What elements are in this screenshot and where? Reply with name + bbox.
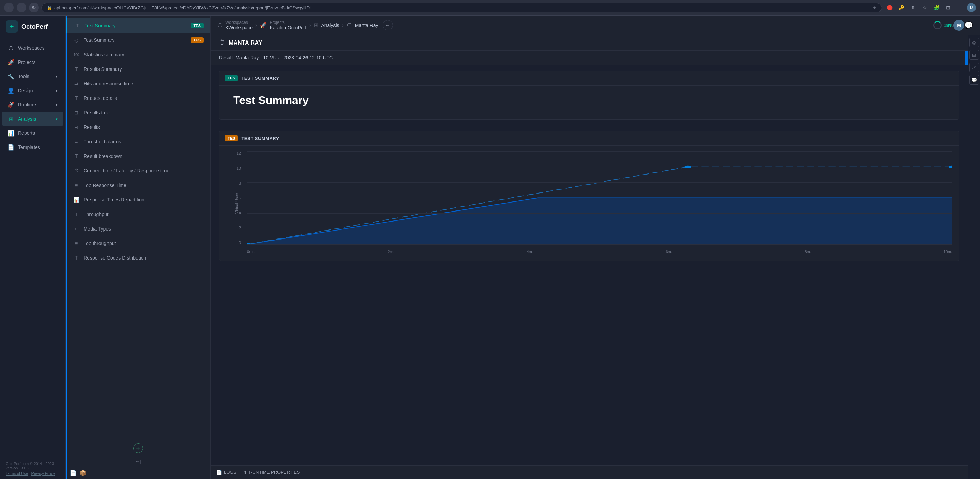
- sidebar-item-results-summary[interactable]: T Results Summary: [66, 62, 210, 76]
- sidebar-item-throughput[interactable]: T Throughput: [66, 207, 210, 221]
- browser-star[interactable]: ☆: [920, 3, 929, 13]
- sidebar-toolbar-icon2[interactable]: 📦: [80, 469, 86, 476]
- breadcrumb-workspaces[interactable]: ⬡ Workspaces KWorkspace: [218, 20, 253, 30]
- back-navigation-button[interactable]: ←: [383, 20, 393, 30]
- nav-item-reports[interactable]: 📊 Reports: [2, 126, 63, 140]
- sidebar-item-response-times-repartition[interactable]: 📊 Response Times Repartition: [66, 193, 210, 207]
- breadcrumb-arrow-2: ›: [309, 22, 311, 28]
- collapse-icon: ←|: [135, 458, 141, 464]
- version-text: version 13.0.2: [6, 466, 60, 470]
- breadcrumb-bar: ⬡ Workspaces KWorkspace › 🚀 Projects Kat…: [211, 16, 980, 35]
- url-bar[interactable]: 🔒 api.octoperf.com/ui/workspace/OLICyYIB…: [41, 3, 882, 13]
- sidebar-item-test-summary-2[interactable]: ◎ Test Summary TES: [66, 33, 210, 47]
- design-arrow-icon: ▾: [56, 89, 58, 93]
- browser-chrome: ← → ↻ 🔒 api.octoperf.com/ui/workspace/OL…: [0, 0, 980, 16]
- logo-icon: ✦: [6, 21, 18, 33]
- breadcrumb-analysis[interactable]: ⊞ Analysis: [314, 22, 339, 28]
- grid-line-10: [247, 167, 952, 167]
- nav-item-projects[interactable]: 🚀 Projects: [2, 55, 63, 69]
- response-codes-label: Response Codes Distribution: [84, 255, 204, 261]
- right-panel-btn-1[interactable]: ◎: [969, 38, 979, 47]
- right-panel-btn-4[interactable]: 💬: [969, 75, 979, 85]
- nav-items-list: ⬡ Workspaces 🚀 Projects 🔧 Tools ▾ 👤 Desi…: [0, 38, 65, 458]
- x-label-10m: 10m.: [944, 250, 952, 254]
- runtime-label: RUNTIME PROPERTIES: [249, 469, 300, 475]
- workspaces-bc-value: KWorkspace: [225, 25, 253, 30]
- sidebar-item-top-throughput[interactable]: ≡ Top throughput: [66, 236, 210, 251]
- right-panel-btn-3[interactable]: ⇄: [969, 62, 979, 72]
- manta-ray-bc-icon: ⏱: [347, 22, 352, 28]
- browser-key[interactable]: 🔑: [896, 3, 906, 13]
- request-details-label: Request details: [84, 95, 204, 101]
- manta-ray-bc-value: Manta Ray: [355, 22, 379, 28]
- sidebar-item-result-breakdown[interactable]: T Result breakdown: [66, 149, 210, 164]
- section-content-1: Test Summary: [220, 86, 959, 119]
- media-types-icon: ○: [73, 225, 80, 232]
- section-header-2: TES TEST SUMMARY: [220, 131, 959, 146]
- sidebar-add-button[interactable]: +: [134, 443, 143, 453]
- terms-link[interactable]: Terms of Use: [6, 471, 28, 476]
- x-label-8m: 8m.: [805, 250, 811, 254]
- url-text: api.octoperf.com/ui/workspace/OLICyYIBrZ…: [54, 5, 870, 10]
- results-summary-label: Results Summary: [84, 66, 204, 72]
- nav-item-analysis[interactable]: ⊞ Analysis ▾: [2, 112, 63, 126]
- sidebar-collapse-button[interactable]: ←|: [66, 456, 210, 466]
- y-label-10: 10: [237, 166, 241, 170]
- projects-icon: 🚀: [8, 59, 14, 66]
- sidebar-item-hits-response-time[interactable]: ⇄ Hits and response time: [66, 76, 210, 91]
- breadcrumb-manta-ray[interactable]: ⏱ Manta Ray: [347, 22, 379, 28]
- left-navigation: ✦ OctoPerf ⬡ Workspaces 🚀 Projects 🔧 Too…: [0, 16, 66, 479]
- nav-item-templates[interactable]: 📄 Templates: [2, 140, 63, 154]
- nav-item-design[interactable]: 👤 Design ▾: [2, 84, 63, 97]
- user-avatar[interactable]: M: [953, 20, 964, 31]
- sidebar-item-connect-time-latency[interactable]: ⏱ Connect time / Latency / Response time: [66, 164, 210, 178]
- sidebar-item-top-response-time[interactable]: ≡ Top Response Time: [66, 178, 210, 193]
- right-panel-btn-2[interactable]: ⊟: [969, 50, 979, 60]
- sidebar-item-response-codes[interactable]: T Response Codes Distribution: [66, 251, 210, 265]
- breadcrumb-arrow-3: ›: [342, 22, 344, 28]
- logo-text: OctoPerf: [21, 23, 48, 30]
- logs-button[interactable]: 📄 LOGS: [216, 469, 236, 475]
- sidebar-item-results[interactable]: ⊟ Results: [66, 120, 210, 134]
- runtime-icon: 🚀: [8, 101, 14, 108]
- forward-button[interactable]: →: [17, 3, 26, 13]
- design-icon: 👤: [8, 87, 14, 94]
- user-initial: M: [957, 22, 961, 28]
- browser-split[interactable]: ⊡: [943, 3, 953, 13]
- browser-more[interactable]: ⋮: [955, 3, 965, 13]
- nav-item-tools[interactable]: 🔧 Tools ▾: [2, 70, 63, 83]
- x-label-0ms: 0ms.: [247, 250, 255, 254]
- chart-x-labels: 0ms. 2m. 4m. 6m. 8m. 10m.: [247, 248, 952, 255]
- result-blue-indicator: [966, 51, 967, 65]
- test-summary-2-badge: TES: [191, 37, 204, 43]
- sidebar-item-media-types[interactable]: ○ Media Types: [66, 221, 210, 236]
- sidebar-item-test-summary-1[interactable]: T Test Summary TES: [66, 18, 210, 33]
- grid-line-2: [247, 229, 952, 229]
- back-button[interactable]: ←: [4, 3, 14, 13]
- nav-item-workspaces[interactable]: ⬡ Workspaces: [2, 41, 63, 55]
- chat-button[interactable]: 💬: [964, 21, 973, 29]
- nav-item-templates-label: Templates: [18, 145, 40, 150]
- projects-bc-value: Katalon OctoPerf: [269, 25, 307, 30]
- manta-ray-title: MANTA RAY: [229, 40, 262, 46]
- reload-button[interactable]: ↻: [29, 3, 39, 13]
- result-breakdown-icon: T: [73, 153, 80, 160]
- nav-item-runtime-label: Runtime: [18, 102, 36, 108]
- sidebar-item-results-tree[interactable]: ⊟ Results tree: [66, 105, 210, 120]
- top-throughput-label: Top throughput: [84, 240, 204, 246]
- x-label-4m: 4m.: [527, 250, 533, 254]
- test-summary-1-label: Test Summary: [85, 23, 187, 28]
- breadcrumb-projects[interactable]: 🚀 Projects Katalon OctoPerf: [260, 20, 307, 30]
- sidebar-toolbar-icon1[interactable]: 📄: [70, 469, 77, 476]
- browser-ext2[interactable]: 🧩: [932, 3, 941, 13]
- x-label-6m: 6m.: [666, 250, 672, 254]
- privacy-link[interactable]: Privacy Policy: [32, 471, 55, 476]
- sidebar-item-statistics-summary[interactable]: 100 Statistics summary: [66, 47, 210, 62]
- runtime-properties-button[interactable]: ⬆ RUNTIME PROPERTIES: [243, 469, 300, 475]
- sidebar-item-request-details[interactable]: T Request details: [66, 91, 210, 105]
- result-breakdown-label: Result breakdown: [84, 153, 204, 159]
- nav-item-runtime[interactable]: 🚀 Runtime ▾: [2, 98, 63, 111]
- browser-ext1[interactable]: 🔴: [885, 3, 894, 13]
- sidebar-item-threshold-alarms[interactable]: ≡ Threshold alarms: [66, 134, 210, 149]
- browser-share[interactable]: ⬆: [908, 3, 918, 13]
